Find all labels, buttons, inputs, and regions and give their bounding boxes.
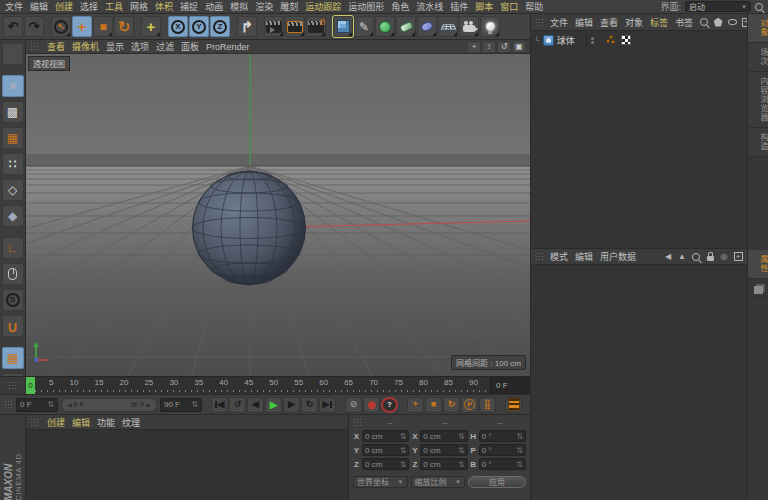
- attribute-manager-menu-item[interactable]: 模式: [550, 250, 568, 263]
- menu-item[interactable]: 体积: [155, 0, 173, 13]
- search-icon[interactable]: [755, 3, 763, 11]
- viewport-zoom-icon[interactable]: ↕: [482, 41, 496, 53]
- menu-item[interactable]: 流水线: [416, 0, 443, 13]
- sphere-object[interactable]: [192, 171, 306, 285]
- layers-tab[interactable]: [748, 282, 768, 298]
- panel-grip[interactable]: [353, 418, 362, 427]
- menu-item[interactable]: 运动图形: [348, 0, 384, 13]
- menu-item[interactable]: 选择: [80, 0, 98, 13]
- history-forward-icon[interactable]: ▲: [677, 253, 687, 261]
- add-generator-button[interactable]: [396, 16, 416, 37]
- panel-grip[interactable]: [30, 42, 39, 51]
- material-list[interactable]: [26, 429, 348, 500]
- material-menu-item[interactable]: 创建: [47, 416, 65, 429]
- panel-grip[interactable]: [4, 400, 13, 409]
- viewport-menu-item[interactable]: 显示: [106, 40, 124, 53]
- menu-item[interactable]: 运动跟踪: [305, 0, 341, 13]
- viewport-menu-item[interactable]: 过滤: [156, 40, 174, 53]
- side-tab[interactable]: 对象: [748, 14, 768, 43]
- snap-toggle-button[interactable]: S: [2, 289, 24, 311]
- spinner-icon[interactable]: ⇅: [516, 460, 523, 469]
- scale-tool-button[interactable]: ■: [93, 16, 113, 37]
- polygons-mode-button[interactable]: ◆: [2, 205, 24, 227]
- interface-select[interactable]: 启动 ▼: [685, 1, 751, 12]
- panel-grip[interactable]: [30, 418, 39, 427]
- menu-item[interactable]: 捕捉: [180, 0, 198, 13]
- spinner-icon[interactable]: ⇅: [47, 400, 54, 409]
- prev-frame-button[interactable]: ◀: [247, 397, 264, 413]
- viewport-canvas[interactable]: 透视视图 网格间距 : 100 cm: [26, 54, 530, 376]
- preview-range-slider[interactable]: ◀ 0 F 90 F ▶: [61, 398, 157, 412]
- phong-tag-icon[interactable]: [606, 35, 616, 45]
- viewport-menu-item[interactable]: 摄像机: [72, 40, 99, 53]
- edges-mode-button[interactable]: ◇: [2, 179, 24, 201]
- prev-key-button[interactable]: ↺: [229, 397, 246, 413]
- texture-tag-icon[interactable]: [621, 35, 631, 45]
- spinner-icon[interactable]: ⇅: [516, 432, 523, 441]
- spinner-icon[interactable]: ⇅: [516, 446, 523, 455]
- keyframe-presets-button[interactable]: ?: [381, 397, 398, 413]
- material-menu-item[interactable]: 纹理: [122, 416, 140, 429]
- scale-mode-select[interactable]: 缩放比例 ▼: [411, 476, 466, 488]
- lock-y-axis-button[interactable]: Y: [189, 16, 209, 37]
- visibility-dots[interactable]: [586, 34, 599, 46]
- live-selection-button[interactable]: ↖: [51, 16, 71, 37]
- lock-workplane-button[interactable]: ▦: [2, 347, 24, 369]
- side-tab[interactable]: 构造: [748, 128, 768, 157]
- sculpt-mode-button[interactable]: ▨: [2, 43, 24, 65]
- menu-item[interactable]: 角色: [391, 0, 409, 13]
- move-tool-button[interactable]: +: [72, 16, 92, 37]
- add-camera-button[interactable]: [459, 16, 479, 37]
- spinner-icon[interactable]: ⇅: [458, 446, 465, 455]
- object-manager-menu-item[interactable]: 查看: [600, 16, 618, 29]
- key-pla-button[interactable]: ⣿: [479, 397, 496, 413]
- panel-grip[interactable]: [535, 252, 544, 261]
- object-manager-menu-item[interactable]: 文件: [550, 16, 568, 29]
- side-tab[interactable]: 属性: [748, 250, 768, 279]
- goto-start-button[interactable]: ◀: [211, 397, 228, 413]
- material-menu-item[interactable]: 功能: [97, 416, 115, 429]
- goto-end-button[interactable]: ▶: [319, 397, 336, 413]
- spinner-icon[interactable]: ⇅: [400, 460, 407, 469]
- timeline-playhead[interactable]: 0: [26, 377, 35, 394]
- object-manager-menu-item[interactable]: 标签: [650, 16, 668, 29]
- workplane-mode-button[interactable]: ▦: [2, 127, 24, 149]
- render-view-button[interactable]: [264, 16, 284, 37]
- object-manager-menu-item[interactable]: 书签: [675, 16, 693, 29]
- menu-item[interactable]: 创建: [55, 0, 73, 13]
- tweak-mode-button[interactable]: [2, 263, 24, 285]
- points-mode-button[interactable]: ∷: [2, 153, 24, 175]
- viewport-menu-item[interactable]: 面板: [181, 40, 199, 53]
- add-spline-button[interactable]: ✎: [354, 16, 374, 37]
- menu-item[interactable]: 网格: [130, 0, 148, 13]
- menu-item[interactable]: 编辑: [30, 0, 48, 13]
- menu-item[interactable]: 窗口: [500, 0, 518, 13]
- axis-mode-button[interactable]: ∟: [2, 237, 24, 259]
- key-position-button[interactable]: +: [407, 397, 424, 413]
- material-menu-item[interactable]: 编辑: [72, 416, 90, 429]
- viewport-toggle-icon[interactable]: ▣: [512, 41, 526, 53]
- attribute-body[interactable]: [531, 264, 747, 500]
- render-settings-button[interactable]: [306, 16, 326, 37]
- spinner-icon[interactable]: ⇅: [400, 446, 407, 455]
- timeline-ruler[interactable]: 51015202530354045505560657075808590: [35, 377, 490, 394]
- menu-item[interactable]: 工具: [105, 0, 123, 13]
- pin-icon[interactable]: ◎: [719, 253, 729, 261]
- rotate-tool-button[interactable]: ↻: [114, 16, 134, 37]
- texture-mode-button[interactable]: ▩: [2, 101, 24, 123]
- viewport-menu-item[interactable]: 选项: [131, 40, 149, 53]
- search-icon[interactable]: [691, 253, 701, 261]
- frame-display[interactable]: 0 F: [490, 377, 530, 394]
- lock-icon[interactable]: [705, 253, 715, 261]
- menu-item[interactable]: 雕刻: [280, 0, 298, 13]
- history-back-icon[interactable]: ◀: [663, 253, 673, 261]
- object-manager-menu-item[interactable]: 对象: [625, 16, 643, 29]
- model-mode-button[interactable]: ■: [2, 75, 24, 97]
- menu-item[interactable]: 插件: [450, 0, 468, 13]
- object-list[interactable]: └ 球体: [531, 30, 747, 248]
- keyframe-selection-button[interactable]: [505, 397, 522, 413]
- current-frame-field[interactable]: 0 F ⇅: [16, 398, 58, 412]
- autokeying-button[interactable]: ◉: [363, 397, 380, 413]
- spinner-icon[interactable]: ⇅: [400, 432, 407, 441]
- undo-button[interactable]: ↶: [3, 16, 23, 37]
